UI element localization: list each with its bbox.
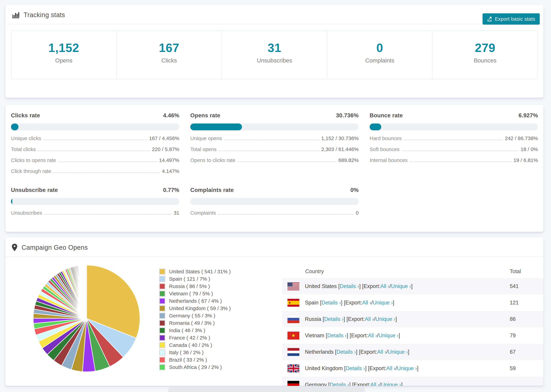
legend-item[interactable]: Canada ( 40 / 2% ) (159, 341, 231, 349)
legend-label: United States ( 541 / 31% ) (169, 269, 231, 274)
details-link[interactable]: Details › (322, 300, 341, 306)
geo-table-row: Spain [Details ›] [Export: All › / Uniqu… (282, 294, 544, 311)
rate-detail-label: Unique opens (190, 135, 222, 141)
legend-item[interactable]: Russia ( 86 / 5% ) (159, 283, 231, 290)
rate-detail-value: 242 / 86.738% (505, 135, 538, 141)
progress-track (190, 198, 359, 205)
export-all-link[interactable]: All › (386, 365, 396, 371)
legend-swatch-icon (159, 327, 165, 334)
rate-percent: 0% (350, 187, 359, 193)
dotted-leader (38, 151, 150, 151)
details-link[interactable]: Details › (327, 332, 347, 339)
rate-detail-label: Clicks to opens rate (11, 157, 56, 163)
progress-fill (11, 198, 12, 205)
rate-block: Bounce rate 6.927% Hard bounces 242 / 86… (370, 112, 538, 174)
stat-cell-opens: 1,152 Opens (11, 30, 116, 79)
flag-es-icon (288, 299, 299, 307)
geo-pie-chart[interactable] (32, 264, 141, 373)
country-cell: Russia [Details ›] [Export: All › / Uniq… (282, 315, 510, 323)
rate-detail-row: Soft bounces 18 / 0% (370, 147, 538, 152)
legend-label: South Africa ( 29 / 2% ) (169, 364, 222, 370)
geo-title: Campaign Geo Opens (21, 244, 88, 251)
country-cell: United States [Details ›] [Export: All ›… (282, 282, 510, 290)
flag-nl-icon (288, 348, 299, 356)
details-link[interactable]: Details › (336, 349, 356, 355)
legend-swatch-icon (159, 357, 165, 363)
export-unique-link[interactable]: Unique › (381, 382, 401, 386)
stat-label: Clicks (117, 57, 222, 64)
legend-item[interactable]: United Kingdom ( 59 / 3% ) (159, 305, 231, 312)
legend-item[interactable]: India ( 46 / 3% ) (159, 327, 231, 334)
rate-detail-row: Unsubscribes 31 (11, 210, 179, 216)
progress-fill (11, 124, 19, 130)
dotted-leader (219, 151, 319, 151)
legend-item[interactable]: South Africa ( 29 / 2% ) (159, 364, 231, 371)
legend-item[interactable]: Romania ( 49 / 3% ) (159, 319, 231, 327)
country-name: United States (305, 283, 337, 289)
export-all-link[interactable]: All › (380, 283, 389, 289)
legend-swatch-icon (159, 364, 165, 370)
export-all-link[interactable]: All › (377, 349, 386, 355)
export-all-link[interactable]: All › (368, 332, 377, 339)
rate-head: Complaints rate 0% (190, 187, 359, 193)
flag-de-icon (288, 381, 299, 386)
summary-stats: 1,152 Opens 167 Clicks 31 Unsubscribes 0… (11, 30, 538, 79)
rate-detail-row: Click through rate 4.147% (11, 168, 179, 174)
export-unique-link[interactable]: Unique › (375, 316, 396, 322)
rate-detail-value: 14.497% (159, 157, 179, 163)
legend-item[interactable]: France ( 42 / 2% ) (159, 334, 231, 341)
total-cell: 541 (510, 283, 544, 289)
rate-percent: 0.77% (163, 187, 179, 193)
stat-label: Unsubscribes (222, 57, 327, 64)
legend-item[interactable]: Germany ( 55 / 3% ) (159, 312, 231, 319)
rate-detail-label: Complaints (190, 210, 216, 216)
flag-ru-icon (288, 315, 299, 323)
rate-block: Clicks rate 4.46% Unique clicks 167 / 4.… (11, 112, 179, 174)
export-unique-link[interactable]: Unique › (391, 283, 411, 289)
rate-detail-label: Internal bounces (370, 157, 408, 163)
total-cell: 67 (510, 349, 544, 355)
export-all-link[interactable]: All › (365, 316, 374, 322)
details-link[interactable]: Details › (324, 316, 344, 322)
legend-item[interactable]: United States ( 541 / 31% ) (159, 268, 231, 275)
details-link[interactable]: Details › (340, 283, 359, 289)
export-all-link[interactable]: All › (370, 382, 379, 386)
dotted-leader (237, 161, 336, 162)
details-link[interactable]: Details › (330, 382, 349, 386)
export-unique-link[interactable]: Unique › (397, 365, 417, 371)
horizontal-scrollbar-thumb[interactable] (168, 387, 365, 392)
rate-detail-row: Unique clicks 167 / 4.456% (11, 135, 179, 141)
country-cell: Netherlands [Details ›] [Export: All › /… (282, 348, 510, 356)
rate-percent: 6.927% (518, 112, 538, 119)
legend-swatch-icon (159, 276, 165, 282)
pie-slice[interactable] (86, 265, 87, 318)
rate-head: Clicks rate 4.46% (11, 112, 179, 119)
legend-item[interactable]: Netherlands ( 67 / 4% ) (159, 297, 231, 305)
export-unique-link[interactable]: Unique › (388, 349, 408, 355)
rate-detail-value: 31 (174, 210, 179, 216)
legend-label: Italy ( 36 / 2% ) (169, 350, 204, 355)
legend-item[interactable]: Italy ( 36 / 2% ) (159, 349, 231, 356)
export-unique-link[interactable]: Unique › (373, 300, 393, 306)
legend-swatch-icon (159, 313, 165, 319)
export-all-link[interactable]: All › (362, 300, 371, 306)
legend-item[interactable]: Vietnam ( 79 / 5% ) (159, 290, 231, 297)
country-cell: Germany [Details ›] [Export: All › / Uni… (282, 381, 510, 386)
rate-block: Unsubscribe rate 0.77% Unsubscribes 31 (11, 187, 179, 216)
progress-track (11, 124, 179, 130)
details-link[interactable]: Details › (346, 365, 365, 371)
export-basic-stats-button[interactable]: Export basic stats (483, 13, 540, 25)
dotted-leader (53, 172, 160, 173)
geo-table-row: Netherlands [Details ›] [Export: All › /… (282, 344, 544, 360)
rate-title: Opens rate (190, 112, 220, 119)
page-title: Tracking stats (24, 11, 65, 19)
country-name: Spain (305, 300, 318, 306)
rate-detail-value: 0 (356, 210, 359, 216)
rate-detail-value: 2,303 / 61.446% (321, 147, 359, 152)
rate-detail-value: 689.82% (339, 157, 359, 163)
legend-item[interactable]: Spain ( 121 / 7% ) (159, 275, 231, 283)
legend-item[interactable]: Brazil ( 33 / 2% ) (159, 356, 231, 364)
export-unique-link[interactable]: Unique › (379, 332, 399, 339)
rate-detail-row: Total clicks 220 / 5.87% (11, 147, 179, 152)
geo-table-row: Vietnam [Details ›] [Export: All › / Uni… (282, 327, 544, 344)
